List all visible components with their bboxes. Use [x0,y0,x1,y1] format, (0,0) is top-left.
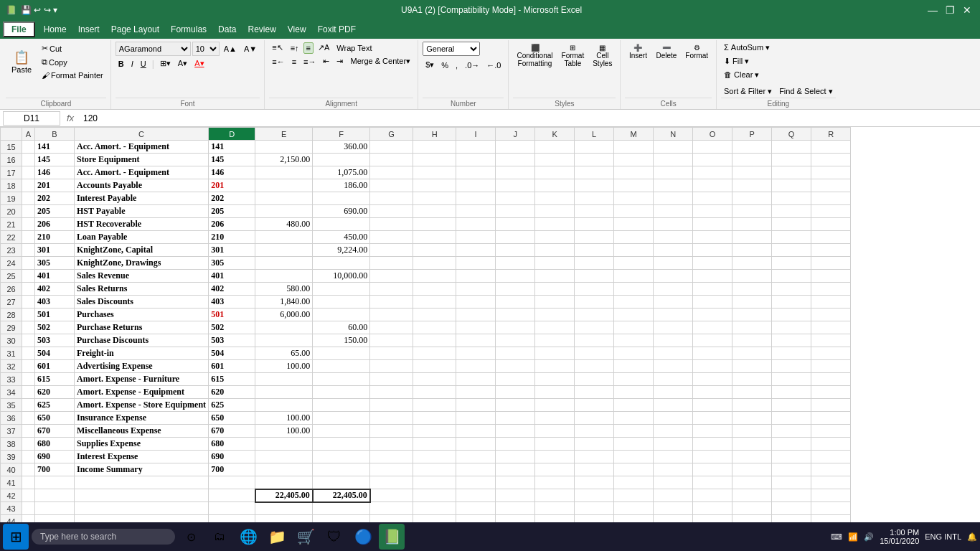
cell-q-25[interactable] [772,270,811,283]
cell-o-29[interactable] [693,321,732,334]
cell-h-41[interactable] [413,476,456,489]
cell-k-32[interactable] [535,360,575,373]
table-row[interactable]: 28501Purchases5016,000.00 [1,309,851,321]
cell-f-26[interactable] [313,283,370,296]
table-row[interactable]: 21206HST Recoverable206480.00 [1,218,851,231]
cell-q-16[interactable] [772,154,811,166]
cell-m-39[interactable] [614,451,654,463]
cell-k-18[interactable] [535,179,575,192]
cell-a-31[interactable] [22,347,35,360]
cell-r-19[interactable] [811,192,851,205]
comma-btn[interactable]: , [453,60,461,71]
cell-o-30[interactable] [693,334,732,347]
cell-q-19[interactable] [772,192,811,205]
cell-p-19[interactable] [732,192,772,205]
cell-d-37[interactable]: 670 [209,425,255,438]
cell-p-34[interactable] [732,386,772,399]
table-row[interactable]: 29502Purchase Returns50260.00 [1,321,851,334]
cell-h-32[interactable] [413,360,456,373]
cell-e-18[interactable] [255,179,313,192]
cell-m-20[interactable] [614,205,654,218]
cell-o-38[interactable] [693,438,732,451]
cell-p-37[interactable] [732,425,772,438]
cell-n-39[interactable] [654,451,693,463]
cell-l-42[interactable] [575,489,614,502]
cell-l-32[interactable] [575,360,614,373]
decrease-decimal-btn[interactable]: ←.0 [484,60,504,71]
cell-q-36[interactable] [772,412,811,425]
cell-o-43[interactable] [693,502,732,515]
cell-q-40[interactable] [772,463,811,476]
cell-l-16[interactable] [575,154,614,166]
cell-m-23[interactable] [614,244,654,257]
autosum-btn[interactable]: Σ AutoSum ▾ [721,42,773,54]
cell-j-22[interactable] [496,231,535,244]
menu-insert[interactable]: Insert [72,23,105,36]
sort-filter-btn[interactable]: Sort & Filter ▾ [721,85,775,98]
decrease-font-btn[interactable]: A▼ [241,43,260,55]
table-row[interactable]: 40700Income Summary700 [1,463,851,476]
cell-i-15[interactable] [456,141,496,154]
cell-c-35[interactable]: Amort. Expense - Store Equipment [75,399,209,412]
cell-b-38[interactable]: 680 [35,438,75,451]
cell-g-31[interactable] [370,347,413,360]
cell-n-42[interactable] [654,489,693,502]
cell-d-28[interactable]: 501 [209,309,255,321]
cell-m-28[interactable] [614,309,654,321]
cell-r-27[interactable] [811,296,851,309]
cell-a-40[interactable] [22,463,35,476]
bold-btn[interactable]: B [116,58,127,70]
cell-n-24[interactable] [654,257,693,270]
cell-j-17[interactable] [496,166,535,179]
cell-p-38[interactable] [732,438,772,451]
cell-l-17[interactable] [575,166,614,179]
cell-f-41[interactable] [313,476,370,489]
cell-n-32[interactable] [654,360,693,373]
cell-g-15[interactable] [370,141,413,154]
cell-i-34[interactable] [456,386,496,399]
cell-a-23[interactable] [22,244,35,257]
cell-o-28[interactable] [693,309,732,321]
cell-f-31[interactable] [313,347,370,360]
cell-m-43[interactable] [614,502,654,515]
cell-j-32[interactable] [496,360,535,373]
cell-j-20[interactable] [496,205,535,218]
cell-m-22[interactable] [614,231,654,244]
cell-k-35[interactable] [535,399,575,412]
cell-a-35[interactable] [22,399,35,412]
cell-j-30[interactable] [496,334,535,347]
cell-q-17[interactable] [772,166,811,179]
cell-h-34[interactable] [413,386,456,399]
cell-n-17[interactable] [654,166,693,179]
cell-a-28[interactable] [22,309,35,321]
table-row[interactable]: 25401Sales Revenue40110,000.00 [1,270,851,283]
cell-k-41[interactable] [535,476,575,489]
cell-k-30[interactable] [535,334,575,347]
cell-l-39[interactable] [575,451,614,463]
cell-a-32[interactable] [22,360,35,373]
cell-e-25[interactable] [255,270,313,283]
cell-g-33[interactable] [370,373,413,386]
cell-m-32[interactable] [614,360,654,373]
cell-q-39[interactable] [772,451,811,463]
cell-j-36[interactable] [496,412,535,425]
cell-a-34[interactable] [22,386,35,399]
quick-access[interactable]: 💾 ↩ ↪ ▾ [21,5,57,15]
cell-f-32[interactable] [313,360,370,373]
restore-btn[interactable]: ❐ [943,3,957,17]
cell-a-17[interactable] [22,166,35,179]
cell-o-19[interactable] [693,192,732,205]
cell-b-35[interactable]: 625 [35,399,75,412]
cell-i-40[interactable] [456,463,496,476]
start-btn[interactable]: ⊞ [3,524,29,550]
cell-d-22[interactable]: 210 [209,231,255,244]
cell-m-25[interactable] [614,270,654,283]
cell-h-22[interactable] [413,231,456,244]
cell-h-27[interactable] [413,296,456,309]
cell-n-26[interactable] [654,283,693,296]
cell-e-23[interactable] [255,244,313,257]
font-color-btn[interactable]: A▾ [192,57,207,70]
cell-m-41[interactable] [614,476,654,489]
cell-r-18[interactable] [811,179,851,192]
cell-d-43[interactable] [209,502,255,515]
